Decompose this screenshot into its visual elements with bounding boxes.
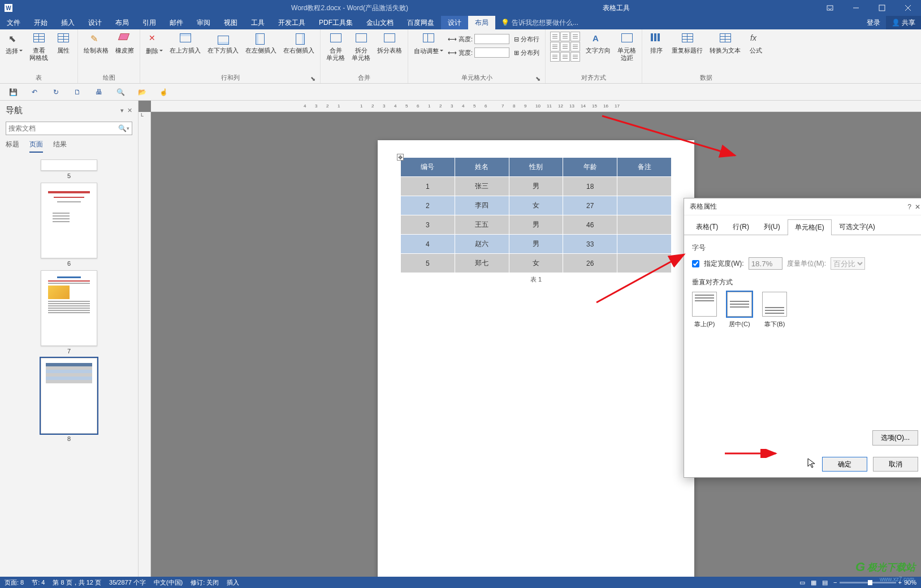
table-cell[interactable]: 1 — [401, 177, 455, 196]
table-cell[interactable]: 男 — [509, 177, 563, 196]
table-cell[interactable] — [617, 235, 672, 254]
tell-me[interactable]: 💡告诉我您想要做什么... — [495, 16, 584, 29]
insert-below-button[interactable]: 在下方插入 — [205, 31, 241, 70]
split-table-button[interactable]: 拆分表格 — [375, 31, 404, 70]
dialog-ok-button[interactable]: 确定 — [822, 457, 867, 472]
distribute-rows-button[interactable]: ⊟分布行 — [512, 33, 542, 45]
table-row[interactable]: 4赵六男33 — [401, 235, 672, 254]
new-icon[interactable]: 🗋 — [72, 87, 83, 97]
tab-table-design[interactable]: 设计 — [441, 16, 468, 29]
align-br[interactable] — [570, 52, 580, 62]
text-direction-button[interactable]: 文字方向 — [583, 31, 613, 70]
cell-margins-button[interactable]: 单元格 边距 — [615, 31, 638, 70]
convert-button[interactable]: 转换为文本 — [707, 31, 743, 70]
ribbon-display-icon[interactable] — [817, 0, 843, 16]
dialog-cancel-button[interactable]: 取消 — [873, 457, 918, 472]
nav-search[interactable]: 🔍▾ — [6, 122, 132, 135]
th-4[interactable]: 备注 — [617, 158, 672, 177]
table-row[interactable]: 1张三男18 — [401, 177, 672, 196]
tab-review[interactable]: 审阅 — [190, 16, 217, 29]
valign-bottom[interactable]: 靠下(B) — [762, 292, 787, 328]
thumbnail-5[interactable]: 5 — [41, 159, 97, 179]
tab-developer[interactable]: 开发工具 — [271, 16, 312, 29]
tab-design[interactable]: 设计 — [81, 16, 109, 29]
thumbnail-8[interactable]: 8 — [41, 358, 97, 442]
share-button[interactable]: 👤共享 — [886, 16, 921, 29]
print-icon[interactable]: 🖶 — [94, 87, 104, 97]
th-0[interactable]: 编号 — [401, 158, 455, 177]
preview-icon[interactable]: 🔍 — [115, 87, 126, 97]
height-input[interactable] — [474, 34, 509, 44]
status-track[interactable]: 修订: 关闭 — [191, 578, 219, 587]
data-table[interactable]: 编号 姓名 性别 年龄 备注 1张三男182李四女273王五男464赵六男335… — [400, 157, 672, 273]
rowscols-launcher-icon[interactable]: ⬊ — [309, 75, 317, 83]
draw-table-button[interactable]: 绘制表格 — [81, 31, 111, 70]
valign-center[interactable]: 居中(C) — [727, 292, 752, 328]
table-cell[interactable]: 5 — [401, 254, 455, 273]
status-page-count[interactable]: 第 8 页，共 12 页 — [53, 578, 101, 587]
table-cell[interactable]: 男 — [509, 235, 563, 254]
nav-tab-headings[interactable]: 标题 — [6, 140, 19, 153]
maximize-icon[interactable] — [869, 0, 895, 16]
table-cell[interactable] — [617, 215, 672, 235]
eraser-button[interactable]: 橡皮擦 — [113, 31, 136, 70]
dialog-tab-column[interactable]: 列(U) — [756, 219, 788, 235]
sort-button[interactable]: 排序 — [646, 31, 667, 70]
tab-file[interactable]: 文件 — [0, 16, 27, 29]
close-icon[interactable] — [895, 0, 921, 16]
table-cell[interactable]: 张三 — [455, 177, 509, 196]
tab-table-layout[interactable]: 布局 — [468, 16, 495, 29]
status-language[interactable]: 中文(中国) — [154, 578, 183, 587]
search-icon[interactable]: 🔍 — [118, 124, 127, 132]
tab-tools[interactable]: 工具 — [244, 16, 271, 29]
dialog-help-icon[interactable]: ? — [907, 203, 911, 211]
table-cell[interactable] — [617, 177, 672, 196]
search-dropdown-icon[interactable]: ▾ — [127, 126, 129, 131]
table-cell[interactable]: 27 — [563, 196, 617, 215]
tab-layout[interactable]: 布局 — [109, 16, 136, 29]
open-icon[interactable]: 📂 — [137, 87, 147, 97]
repeat-header-button[interactable]: 重复标题行 — [669, 31, 705, 70]
dialog-tab-table[interactable]: 表格(T) — [689, 219, 725, 235]
width-input[interactable] — [474, 47, 509, 58]
minimize-icon[interactable] — [843, 0, 869, 16]
table-cell[interactable]: 33 — [563, 235, 617, 254]
unit-select[interactable]: 百分比 — [831, 257, 865, 270]
pref-width-checkbox[interactable] — [692, 260, 699, 267]
table-cell[interactable]: 18 — [563, 177, 617, 196]
vertical-ruler[interactable]: L — [139, 112, 151, 577]
insert-right-button[interactable]: 在右侧插入 — [281, 31, 317, 70]
align-tc[interactable] — [560, 32, 570, 41]
th-1[interactable]: 姓名 — [455, 158, 509, 177]
alignment-grid[interactable] — [549, 31, 581, 63]
tab-insert[interactable]: 插入 — [54, 16, 81, 29]
search-input[interactable] — [8, 124, 118, 132]
nav-tab-results[interactable]: 结果 — [53, 140, 67, 153]
align-ml[interactable] — [550, 42, 560, 51]
table-cell[interactable]: 赵六 — [455, 235, 509, 254]
table-cell[interactable]: 女 — [509, 196, 563, 215]
nav-close-icon[interactable]: ✕ — [127, 107, 132, 114]
undo-icon[interactable]: ↶ — [29, 87, 40, 97]
thumbnail-7[interactable]: 7 — [41, 270, 97, 354]
th-2[interactable]: 性别 — [509, 158, 563, 177]
align-tr[interactable] — [570, 32, 580, 41]
split-cells-button[interactable]: 拆分 单元格 — [349, 31, 373, 70]
status-page[interactable]: 页面: 8 — [5, 578, 24, 587]
distribute-cols-button[interactable]: ⊞分布列 — [512, 46, 542, 59]
horizontal-ruler[interactable]: 43211234561234567891011121314151617 — [151, 101, 921, 112]
nav-tab-pages[interactable]: 页面 — [29, 140, 43, 153]
align-mc[interactable] — [560, 42, 570, 51]
table-row[interactable]: 3王五男46 — [401, 215, 672, 235]
table-cell[interactable]: 李四 — [455, 196, 509, 215]
touch-icon[interactable]: ☝ — [158, 87, 168, 97]
dialog-tab-row[interactable]: 行(R) — [725, 219, 756, 235]
table-move-handle[interactable]: ✥ — [397, 154, 404, 161]
pref-width-input[interactable] — [749, 257, 782, 270]
dialog-tab-cell[interactable]: 单元格(E) — [788, 219, 832, 235]
align-mr[interactable] — [570, 42, 580, 51]
view-web-icon[interactable]: ▤ — [822, 579, 828, 586]
table-row[interactable]: 5郑七女26 — [401, 254, 672, 273]
align-bc[interactable] — [560, 52, 570, 62]
align-bl[interactable] — [550, 52, 560, 62]
